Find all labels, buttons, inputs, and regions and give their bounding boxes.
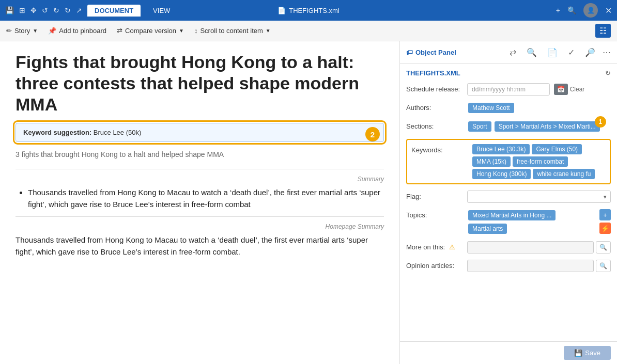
compare-version-button[interactable]: ⇄ Compare version ▼ bbox=[117, 27, 184, 35]
scroll-label: Scroll to content item bbox=[200, 27, 263, 35]
opinion-row: Opinion articles: 🔍 bbox=[406, 260, 611, 272]
authors-value: Mathew Scott bbox=[467, 102, 611, 114]
sections-wrapper: Sport Sport > Martial Arts > Mixed Marti… bbox=[467, 120, 601, 133]
pinboard-label: Add to pinboard bbox=[59, 27, 106, 35]
kw-tag-2[interactable]: MMA (15k) bbox=[472, 156, 511, 167]
divider-1 bbox=[16, 169, 384, 169]
document-filename: THEFIGHTS.xml bbox=[289, 7, 340, 14]
redo-icon[interactable]: ↻ bbox=[53, 6, 59, 14]
panel-tab-doc[interactable]: 📄 bbox=[544, 45, 561, 59]
divider-2 bbox=[16, 216, 384, 217]
kw-tag-3[interactable]: free-form combat bbox=[513, 156, 568, 167]
story-arrow: ▼ bbox=[33, 28, 38, 34]
schedule-release-row: Schedule release: dd/mm/yyyy hh:mm 📅 Cle… bbox=[406, 83, 611, 96]
tag-icon: 🏷 bbox=[406, 49, 413, 56]
topic-tag-1[interactable]: Mixed Martial Arts in Hong ... bbox=[468, 210, 556, 220]
sections-value: Sport Sport > Martial Arts > Mixed Marti… bbox=[467, 120, 611, 133]
layout-icon[interactable]: ✥ bbox=[30, 6, 37, 14]
panel-filename: THEFIGHTS.XML bbox=[406, 69, 460, 77]
pinboard-button[interactable]: 📌 Add to pinboard bbox=[48, 27, 106, 35]
file-name-row: THEFIGHTS.XML ↻ bbox=[406, 69, 611, 77]
more-on-label-text: More on this: bbox=[406, 243, 445, 251]
schedule-release-label: Schedule release: bbox=[406, 83, 463, 93]
refresh-icon-panel[interactable]: ↻ bbox=[605, 69, 611, 77]
authors-label: Authors: bbox=[406, 102, 463, 112]
homepage-text: Thousands travelled from Hong Kong to Ma… bbox=[16, 234, 384, 258]
keyword-suggestion-container: Keyword suggestion: Bruce Lee (50k) 2 bbox=[16, 123, 384, 142]
document-title-bar: 📄 THEFIGHTS.xml bbox=[277, 7, 340, 14]
opinion-label: Opinion articles: bbox=[406, 260, 463, 270]
toolbar: ✏ Story ▼ 📌 Add to pinboard ⇄ Compare ve… bbox=[0, 21, 617, 41]
search-icon-topbar[interactable]: 🔍 bbox=[567, 6, 576, 14]
topics-label: Topics: bbox=[406, 209, 463, 219]
user-avatar[interactable]: 👤 bbox=[583, 3, 598, 18]
undo-icon[interactable]: ↺ bbox=[42, 6, 48, 14]
bullet-item-1: Thousands travelled from Hong Kong to Ma… bbox=[28, 187, 384, 210]
more-on-row: More on this: ⚠ 🔍 bbox=[406, 241, 611, 254]
story-menu[interactable]: ✏ Story ▼ bbox=[6, 27, 38, 35]
refresh-icon[interactable]: ↻ bbox=[65, 6, 71, 14]
topic-actions: + ⚡ bbox=[599, 209, 611, 234]
tab-view[interactable]: VIEW bbox=[146, 5, 177, 17]
panel-more-button[interactable]: ⋯ bbox=[603, 48, 611, 57]
compare-icon: ⇄ bbox=[117, 27, 122, 35]
calendar-button[interactable]: 📅 bbox=[554, 84, 568, 95]
date-actions: 📅 Clear bbox=[554, 84, 585, 95]
main-layout: Fights that brought Hong Kong to a halt:… bbox=[0, 41, 617, 364]
flag-row: Flag: bbox=[406, 191, 611, 203]
section-tag-2[interactable]: Sport > Martial Arts > Mixed Marti... bbox=[495, 121, 600, 132]
panel-tab-binoculars[interactable]: 🔎 bbox=[582, 45, 598, 59]
opinion-search-button[interactable]: 🔍 bbox=[596, 260, 611, 272]
more-on-search-button[interactable]: 🔍 bbox=[596, 241, 611, 254]
close-button[interactable]: ✕ bbox=[605, 6, 612, 15]
badge-1: 1 bbox=[595, 116, 606, 128]
flag-select[interactable] bbox=[467, 191, 611, 203]
topic-add-button[interactable]: + bbox=[599, 209, 611, 220]
summary-bullets: Thousands travelled from Hong Kong to Ma… bbox=[16, 187, 384, 210]
more-on-label: More on this: ⚠ bbox=[406, 241, 463, 251]
kw-tag-5[interactable]: white crane kung fu bbox=[533, 169, 595, 179]
panel-tab-arrows[interactable]: ⇄ bbox=[506, 45, 519, 59]
topic-tag-2[interactable]: Martial arts bbox=[468, 224, 507, 234]
kw-tag-1[interactable]: Gary Elms (50) bbox=[532, 144, 582, 154]
save-row: 💾 Save bbox=[400, 341, 617, 364]
topics-row-inner: Mixed Martial Arts in Hong ... Martial a… bbox=[467, 209, 611, 235]
kw-tag-4[interactable]: Hong Kong (300k) bbox=[472, 169, 531, 179]
more-on-input[interactable] bbox=[467, 241, 594, 254]
date-input[interactable]: dd/mm/yyyy hh:mm bbox=[467, 83, 550, 96]
scroll-to-content-button[interactable]: ↕ Scroll to content item ▼ bbox=[194, 27, 271, 35]
topic-flash-button[interactable]: ⚡ bbox=[599, 223, 611, 234]
compare-label: Compare version bbox=[125, 27, 176, 35]
article-subtitle: 3 fights that brought Hong Kong to a hal… bbox=[16, 150, 384, 159]
save-label: Save bbox=[585, 349, 600, 357]
sections-label: Sections: bbox=[406, 120, 463, 130]
view-toggle-button[interactable]: ☷ bbox=[595, 24, 611, 38]
authors-row: Authors: Mathew Scott bbox=[406, 102, 611, 114]
keywords-label: Keywords: bbox=[411, 144, 468, 154]
grid-icon[interactable]: ⊞ bbox=[19, 6, 25, 14]
author-tag[interactable]: Mathew Scott bbox=[468, 103, 514, 113]
opinion-value: 🔍 bbox=[467, 260, 611, 272]
kw-tag-0[interactable]: Bruce Lee (30.3k) bbox=[472, 144, 530, 154]
save-icon[interactable]: 💾 bbox=[5, 6, 14, 14]
plus-icon-topbar[interactable]: + bbox=[556, 6, 560, 14]
section-tag-1[interactable]: Sport bbox=[468, 121, 491, 132]
share-icon[interactable]: ↗ bbox=[76, 6, 82, 14]
panel-tab-search[interactable]: 🔍 bbox=[523, 45, 540, 59]
compare-arrow: ▼ bbox=[179, 28, 184, 34]
pin-icon: 📌 bbox=[48, 27, 56, 35]
topics-value: Mixed Martial Arts in Hong ... Martial a… bbox=[467, 209, 611, 235]
sections-row: Sections: Sport Sport > Martial Arts > M… bbox=[406, 120, 611, 133]
clear-date-label[interactable]: Clear bbox=[570, 86, 585, 93]
keywords-row: Keywords: Bruce Lee (30.3k) Gary Elms (5… bbox=[406, 139, 611, 184]
tab-document[interactable]: DOCUMENT bbox=[87, 5, 141, 17]
keyword-suggestion-box[interactable]: Keyword suggestion: Bruce Lee (50k) bbox=[16, 123, 384, 142]
panel-tab-check[interactable]: ✓ bbox=[565, 45, 578, 59]
keywords-tags: Bruce Lee (30.3k) Gary Elms (50) MMA (15… bbox=[472, 144, 606, 179]
opinion-input[interactable] bbox=[467, 260, 594, 272]
section-tags: Sport Sport > Martial Arts > Mixed Marti… bbox=[467, 120, 601, 133]
panel-header: 🏷 Object Panel ⇄ 🔍 📄 ✓ 🔎 ⋯ bbox=[400, 41, 617, 64]
right-panel: 🏷 Object Panel ⇄ 🔍 📄 ✓ 🔎 ⋯ THEFIGHTS.XML… bbox=[400, 41, 617, 364]
flag-value bbox=[467, 191, 611, 203]
save-button[interactable]: 💾 Save bbox=[564, 346, 611, 360]
